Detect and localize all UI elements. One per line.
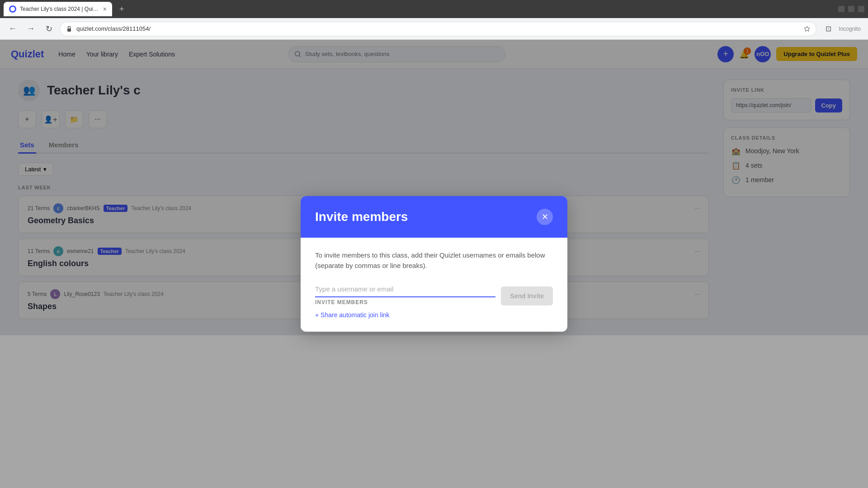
tab-close-button[interactable]: × xyxy=(103,5,107,13)
modal-body: To invite members to this class, add the… xyxy=(301,238,567,332)
minimize-button[interactable] xyxy=(838,6,844,12)
new-tab-button[interactable]: + xyxy=(116,3,128,16)
modal-description: To invite members to this class, add the… xyxy=(315,250,553,271)
svg-point-0 xyxy=(10,7,15,11)
browser-toolbar: ← → ↻ quizlet.com/class/28111054/ ⊡ Inco… xyxy=(0,18,868,40)
invite-members-modal: Invite members ✕ To invite members to th… xyxy=(301,196,567,332)
modal-title: Invite members xyxy=(315,210,408,224)
invite-members-label: INVITE MEMBERS xyxy=(315,299,495,305)
back-button[interactable]: ← xyxy=(5,22,20,36)
share-automatic-join-link[interactable]: + Share automatic join link xyxy=(315,311,390,319)
modal-overlay[interactable]: Invite members ✕ To invite members to th… xyxy=(0,40,868,488)
forward-button[interactable]: → xyxy=(24,22,38,36)
close-window-button[interactable] xyxy=(858,6,864,12)
star-icon[interactable] xyxy=(803,25,811,33)
incognito-label: Incognito xyxy=(837,24,863,34)
page-content: Quizlet Home Your library Expert Solutio… xyxy=(0,40,868,488)
browser-tab[interactable]: Teacher Lily's class 2024 | Quiz... × xyxy=(4,2,112,16)
invite-input-row: INVITE MEMBERS Send Invite xyxy=(315,282,553,305)
send-invite-button[interactable]: Send Invite xyxy=(501,286,553,305)
toolbar-right: ⊡ Incognito xyxy=(824,23,863,35)
modal-close-button[interactable]: ✕ xyxy=(537,209,553,225)
url-text: quizlet.com/class/28111054/ xyxy=(76,25,800,32)
modal-header: Invite members ✕ xyxy=(301,196,567,238)
browser-titlebar: Teacher Lily's class 2024 | Quiz... × + xyxy=(0,0,868,18)
refresh-button[interactable]: ↻ xyxy=(42,22,56,36)
maximize-button[interactable] xyxy=(848,6,854,12)
extensions-icon[interactable]: ⊡ xyxy=(824,23,833,35)
address-bar[interactable]: quizlet.com/class/28111054/ xyxy=(60,22,816,36)
tab-favicon xyxy=(9,5,16,13)
invite-email-input[interactable] xyxy=(315,282,495,297)
tab-title: Teacher Lily's class 2024 | Quiz... xyxy=(20,6,99,12)
lock-icon xyxy=(66,25,73,33)
invite-input-wrapper: INVITE MEMBERS xyxy=(315,282,495,305)
svg-rect-1 xyxy=(67,28,71,32)
